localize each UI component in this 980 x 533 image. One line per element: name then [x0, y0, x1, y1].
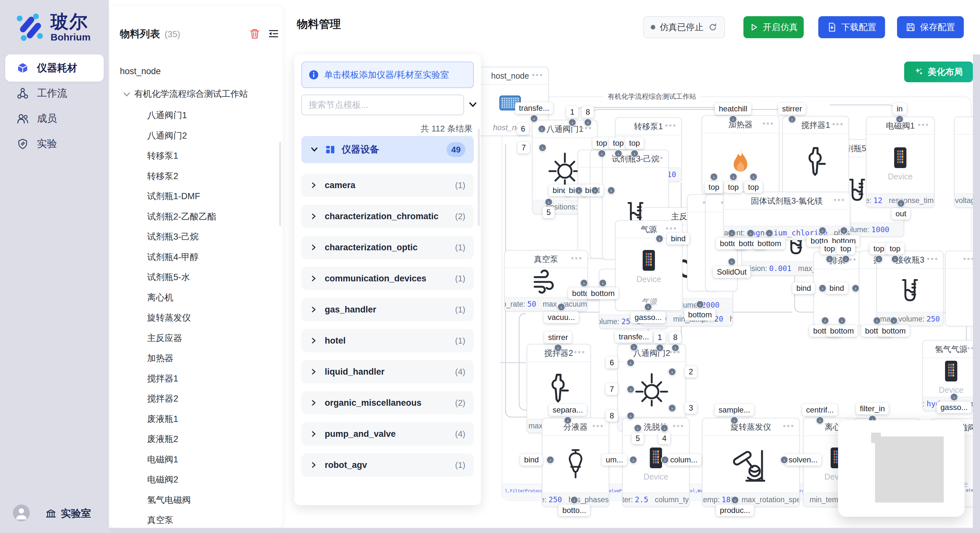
tree-item[interactable]: 转移泵1 [147, 149, 178, 163]
port-handle[interactable]: › [816, 416, 824, 425]
tree-item[interactable]: 电磁阀1 [147, 452, 178, 466]
port-handle[interactable]: › [890, 317, 898, 325]
sidebar-item-experiments[interactable]: 实验 [5, 130, 104, 157]
canvas-node-真空泵[interactable]: 真空泵••• pump_rate:50max_vacuum:0.1 [504, 250, 588, 311]
node-menu-icon[interactable]: ••• [666, 224, 677, 233]
port-handle[interactable]: › [852, 284, 860, 292]
port-handle[interactable]: › [891, 255, 899, 263]
port-handle[interactable]: › [655, 235, 664, 243]
canvas-node-电磁阀1[interactable]: 电磁阀1•••Devicevoltage:12response_time:0.1 [866, 117, 935, 208]
chevron-down-icon[interactable] [123, 90, 131, 98]
port-handle[interactable]: › [821, 317, 829, 325]
port-handle[interactable]: › [873, 317, 881, 325]
port-handle[interactable]: › [530, 115, 538, 123]
port-handle[interactable]: › [826, 255, 834, 263]
canvas-horizontal-scrollbar[interactable] [109, 528, 980, 533]
node-menu-icon[interactable]: ••• [762, 119, 774, 128]
port-handle[interactable]: › [660, 424, 668, 432]
node-menu-icon[interactable]: ••• [673, 421, 684, 431]
port-handle[interactable]: › [728, 229, 736, 237]
sidebar-item-members[interactable]: 成员 [5, 105, 104, 132]
tree-item[interactable]: 旋转蒸发仪 [147, 311, 191, 325]
canvas-node-固体试剂瓶3-氯化镁[interactable]: 固体试剂瓶3-氯化镁•••agent:magnesium_chloridephy… [723, 192, 850, 240]
category-row-camera[interactable]: camera(1) [301, 174, 474, 197]
port-handle[interactable]: › [607, 187, 616, 195]
tree-item[interactable]: 试剂瓶4-甲醇 [147, 250, 199, 264]
delete-all-icon[interactable] [248, 27, 261, 40]
tree-item[interactable]: 加热器 [147, 351, 173, 365]
port-handle[interactable]: › [614, 150, 622, 158]
tree-item[interactable]: 离心机 [147, 290, 173, 305]
port-handle[interactable]: › [731, 496, 739, 504]
port-handle[interactable]: › [765, 229, 773, 237]
category-row-gas_handler[interactable]: gas_handler(1) [301, 298, 474, 321]
port-handle[interactable]: › [554, 344, 562, 352]
start-simulation-button[interactable]: 开启仿真 [743, 16, 804, 38]
port-handle[interactable]: › [710, 173, 718, 181]
collapse-list-icon[interactable] [267, 27, 280, 40]
port-handle[interactable]: › [627, 385, 635, 393]
category-row-organic_miscellaneous[interactable]: organic_miscellaneous(2) [301, 391, 474, 414]
port-handle[interactable]: › [644, 303, 652, 311]
port-handle[interactable]: › [668, 368, 676, 376]
port-handle[interactable]: › [568, 119, 576, 127]
save-config-button[interactable]: 保存配置 [897, 16, 964, 38]
port-handle[interactable]: › [584, 119, 592, 127]
port-handle[interactable]: › [575, 187, 583, 195]
port-handle[interactable]: › [631, 150, 639, 158]
avatar[interactable] [13, 504, 30, 521]
port-handle[interactable]: › [671, 344, 679, 352]
port-handle[interactable]: › [580, 279, 588, 287]
port-handle[interactable]: › [730, 416, 738, 425]
canvas-node-氢气气源[interactable]: 氢气气源•••Device_type:hydrogenmax_pre [922, 340, 980, 411]
tree-item-group[interactable]: 有机化学流程综合测试工作站 [134, 87, 248, 101]
port-handle[interactable]: › [842, 255, 850, 263]
tree-item[interactable]: 试剂瓶1-DMF [147, 189, 200, 203]
materials-scrollbar[interactable] [279, 142, 281, 226]
tree-item[interactable]: 八通阀门1 [147, 108, 187, 122]
sidebar-item-instruments[interactable]: 仪器耗材 [5, 54, 104, 82]
tree-item[interactable]: 氢气电磁阀 [147, 493, 191, 507]
port-handle[interactable]: › [730, 173, 738, 181]
tree-item[interactable]: 真空泵 [147, 513, 173, 527]
tree-item[interactable]: 转移泵2 [147, 169, 178, 183]
port-handle[interactable]: › [599, 279, 607, 287]
port-handle[interactable]: › [819, 284, 827, 292]
node-menu-icon[interactable]: ••• [571, 253, 583, 263]
category-row-liquid_handler[interactable]: liquid_handler(4) [301, 360, 474, 383]
port-handle[interactable]: › [819, 227, 827, 235]
canvas-node-接收瓶3[interactable]: 接收瓶3••• max_volume:250 [876, 251, 944, 327]
port-handle[interactable]: › [729, 115, 737, 124]
port-handle[interactable]: › [598, 150, 606, 158]
port-handle[interactable]: › [897, 200, 905, 208]
port-handle[interactable]: › [728, 258, 736, 266]
canvas-vertical-scrollbar[interactable] [973, 54, 980, 528]
port-handle[interactable]: › [630, 343, 638, 351]
port-handle[interactable]: › [838, 317, 846, 325]
port-handle[interactable]: › [629, 456, 638, 464]
tree-item[interactable]: 废液瓶2 [147, 432, 178, 446]
port-handle[interactable]: › [840, 227, 848, 235]
simulation-status-pill[interactable]: 仿真已停止 [643, 16, 725, 38]
tree-item[interactable]: 搅拌器1 [147, 371, 178, 385]
port-handle[interactable]: › [896, 115, 904, 124]
tree-item[interactable]: 八通阀门2 [147, 128, 187, 143]
collapse-all-icon[interactable] [467, 100, 478, 109]
port-handle[interactable]: › [627, 412, 635, 420]
port-handle[interactable]: › [570, 496, 579, 504]
port-handle[interactable]: › [546, 456, 555, 464]
category-row-hotel[interactable]: hotel(1) [301, 329, 474, 352]
node-menu-icon[interactable]: ••• [783, 421, 795, 431]
node-menu-icon[interactable]: ••• [832, 119, 844, 129]
port-handle[interactable]: › [538, 125, 546, 133]
port-handle[interactable]: › [696, 300, 704, 309]
section-instruments[interactable]: 仪器设备 49 [301, 136, 474, 163]
port-handle[interactable]: › [539, 144, 547, 152]
beautify-layout-button[interactable]: 美化布局 [904, 62, 973, 82]
node-menu-icon[interactable]: ••• [927, 254, 939, 264]
port-handle[interactable]: › [634, 424, 642, 432]
node-menu-icon[interactable]: ••• [652, 153, 664, 163]
port-handle[interactable]: › [780, 456, 789, 464]
download-config-button[interactable]: 下载配置 [818, 16, 885, 38]
refresh-icon[interactable] [708, 22, 718, 32]
